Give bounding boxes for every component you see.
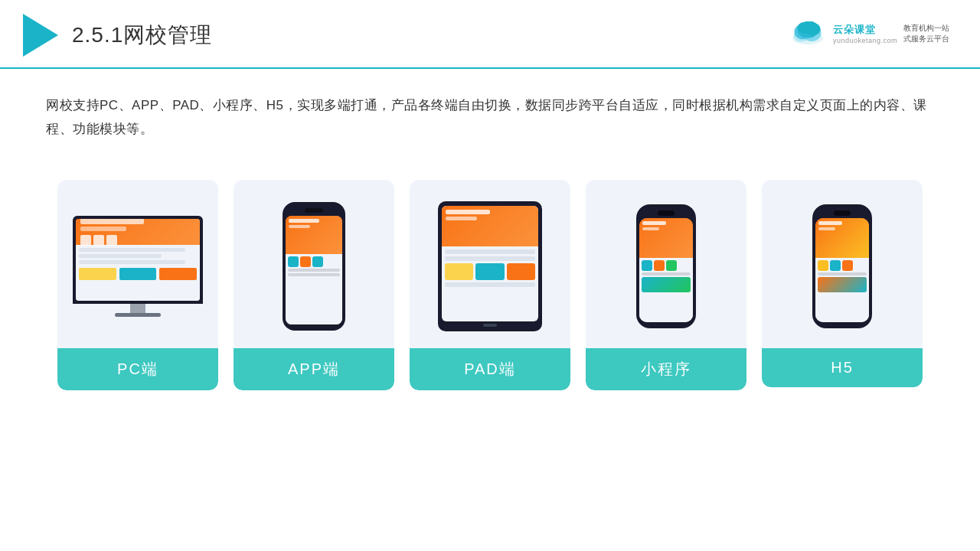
phone-banner-text2 (289, 225, 310, 228)
phone-icon-row-2 (642, 260, 691, 271)
card-miniprogram-image (586, 180, 746, 348)
cloud-icon (789, 21, 827, 46)
logo-triangle (23, 14, 58, 57)
phone-notch-2 (658, 210, 675, 216)
tablet-top-bar (442, 206, 538, 246)
phone-outer-2 (636, 204, 696, 328)
phone-icon-1 (288, 256, 299, 267)
phone-body (286, 254, 342, 324)
phone-header-bar-2 (639, 218, 693, 258)
phone-screen-inner (286, 216, 342, 324)
tablet-outer (438, 201, 542, 331)
phone-line-3 (642, 272, 691, 276)
phone-header-bar-3 (815, 218, 869, 258)
description-text: 网校支持PC、APP、PAD、小程序、H5，实现多端打通，产品各终端自由切换，数… (0, 69, 980, 157)
page-title: 2.5.1网校管理 (72, 21, 212, 50)
phone-icon-row-1 (288, 256, 340, 267)
header: 2.5.1网校管理 云朵课堂 yunduoketang.com 教育机构一站 式… (0, 0, 980, 69)
card-pad-image (410, 180, 570, 348)
card-pc: PC端 (57, 180, 218, 390)
tablet-line-3 (445, 282, 535, 287)
phone-screen-2 (639, 218, 693, 322)
phone-screen-inner-2 (639, 218, 693, 322)
title-number: 2.5.1 (72, 23, 123, 47)
monitor-line-3 (79, 260, 185, 264)
card-h5-image (762, 180, 923, 348)
tablet-box-3 (507, 263, 535, 280)
card-app-image (234, 180, 394, 348)
card-h5-label: H5 (762, 348, 923, 387)
brand-slogan: 教育机构一站 式服务云平台 (903, 23, 949, 44)
tablet-box-1 (445, 263, 473, 280)
phone-screen (286, 216, 342, 324)
phone-icon-7 (818, 260, 828, 271)
phone-icon-2 (300, 256, 311, 267)
phone-notch-3 (834, 210, 851, 216)
monitor-stand (130, 304, 145, 313)
phone-body-3 (815, 258, 869, 322)
monitor-line-2 (79, 254, 162, 258)
card-app: APP端 (234, 180, 394, 390)
phone-icon-8 (830, 260, 841, 271)
phone-outer-3 (812, 204, 872, 328)
phone-screen-3 (815, 218, 869, 322)
brand-text: 云朵课堂 yunduoketang.com (833, 23, 897, 44)
phone-icon-3 (312, 256, 323, 267)
card-h5: H5 (762, 180, 923, 387)
phone-icon-4 (642, 260, 652, 271)
tablet-screen (442, 206, 538, 321)
card-pc-image (57, 180, 218, 348)
brand-slogan-line2: 式服务云平台 (903, 34, 949, 44)
phone-banner-4 (818, 277, 867, 292)
phone-icon-6 (666, 260, 677, 271)
monitor-line-1 (79, 248, 185, 252)
svg-point-7 (801, 21, 818, 32)
tablet-box-2 (475, 263, 504, 280)
pc-device (73, 216, 203, 317)
phone-notch (305, 208, 323, 213)
phone-icon-row-3 (818, 260, 867, 271)
brand-logo: 云朵课堂 yunduoketang.com 教育机构一站 式服务云平台 (789, 21, 949, 46)
card-pc-label: PC端 (57, 348, 218, 390)
brand-url: yunduoketang.com (833, 37, 897, 44)
h5-phone-device (812, 204, 872, 328)
title-text: 网校管理 (123, 23, 212, 47)
tablet-line-2 (445, 256, 535, 261)
phone-icon-5 (654, 260, 665, 271)
phone-outer (283, 202, 345, 331)
phone-line-4 (818, 272, 867, 276)
monitor-screen-bottom (76, 245, 200, 301)
tablet-line-1 (445, 249, 535, 254)
card-pad: PAD端 (410, 180, 570, 390)
brand-slogan-line1: 教育机构一站 (903, 23, 949, 34)
monitor-base (115, 313, 161, 317)
pad-device (438, 201, 542, 331)
miniprogram-phone-device (636, 204, 696, 328)
phone-icon-9 (842, 260, 853, 271)
card-app-label: APP端 (234, 348, 394, 390)
phone-line-1 (288, 269, 340, 272)
tablet-bottom (442, 246, 538, 321)
monitor-screen (76, 219, 200, 301)
tablet-home-button (483, 324, 497, 327)
brand-name: 云朵课堂 (833, 23, 876, 37)
phone-banner-text (289, 219, 319, 223)
phone-header-bar (286, 216, 342, 254)
phone-banner-3 (642, 277, 691, 292)
monitor-screen-top (76, 219, 200, 245)
card-miniprogram-label: 小程序 (586, 348, 746, 390)
card-pad-label: PAD端 (410, 348, 570, 390)
tablet-boxes (445, 263, 535, 280)
card-miniprogram: 小程序 (586, 180, 746, 390)
description-content: 网校支持PC、APP、PAD、小程序、H5，实现多端打通，产品各终端自由切换，数… (46, 93, 934, 142)
phone-body-2 (639, 258, 693, 322)
cards-container: PC端 (0, 165, 980, 390)
phone-screen-inner-3 (815, 218, 869, 322)
monitor-body (73, 216, 203, 304)
app-phone-device (283, 202, 345, 331)
phone-line-2 (288, 273, 340, 276)
